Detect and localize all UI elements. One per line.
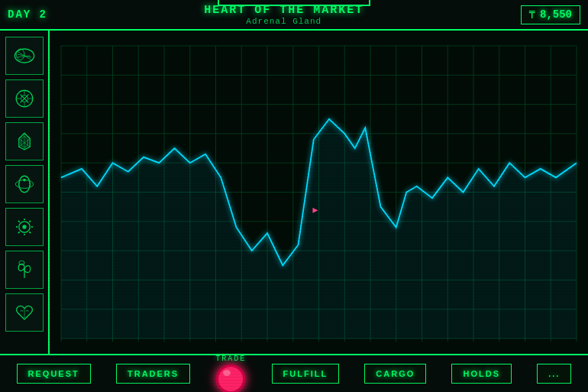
holds-button[interactable]: HOLDS (451, 364, 512, 384)
item5-icon (11, 213, 38, 241)
more-button[interactable]: ... (537, 364, 571, 384)
currency-box: ₸ 8,550 (521, 5, 580, 24)
fulfill-button[interactable]: FULFILL (272, 364, 340, 384)
item2-icon (11, 85, 38, 112)
item4-icon (11, 170, 38, 198)
sidebar-item-3[interactable] (5, 122, 44, 160)
day-label: DAY 2 (8, 8, 47, 21)
sidebar-item-7[interactable] (5, 293, 44, 332)
market-subtitle: Adrenal Gland (246, 17, 321, 26)
price-chart (50, 31, 588, 354)
item6-icon (11, 256, 38, 283)
bottom-bar: REQUEST TRADERS TRADE FULFILL CARGO HOLD… (0, 354, 588, 392)
sidebar-item-5[interactable] (5, 208, 44, 246)
svg-point-14 (23, 179, 26, 182)
trade-label: TRADE (215, 355, 246, 363)
traders-button[interactable]: TRADERS (116, 364, 190, 384)
item3-icon (11, 128, 38, 155)
title-area: HEART OF THE MARKET Adrenal Gland (204, 4, 363, 26)
trade-container: TRADE (215, 355, 246, 393)
currency-value: 8,550 (540, 8, 572, 21)
item1-icon (11, 42, 38, 70)
sidebar-item-4[interactable] (5, 165, 44, 203)
trade-button[interactable] (216, 364, 245, 393)
chart-area: ▸ (50, 31, 588, 354)
svg-point-16 (22, 225, 26, 228)
request-button[interactable]: REQUEST (17, 364, 91, 384)
top-bar: DAY 2 HEART OF THE MARKET Adrenal Gland … (0, 0, 588, 31)
currency-icon: ₸ (529, 8, 535, 21)
top-notch (218, 0, 370, 6)
item7-icon (11, 299, 38, 326)
svg-point-1 (16, 49, 24, 60)
svg-point-12 (18, 176, 29, 193)
cargo-button[interactable]: CARGO (364, 364, 426, 384)
left-sidebar (0, 31, 50, 354)
sidebar-item-6[interactable] (5, 251, 44, 289)
sidebar-item-1[interactable] (5, 37, 44, 75)
sidebar-item-2[interactable] (5, 79, 44, 118)
